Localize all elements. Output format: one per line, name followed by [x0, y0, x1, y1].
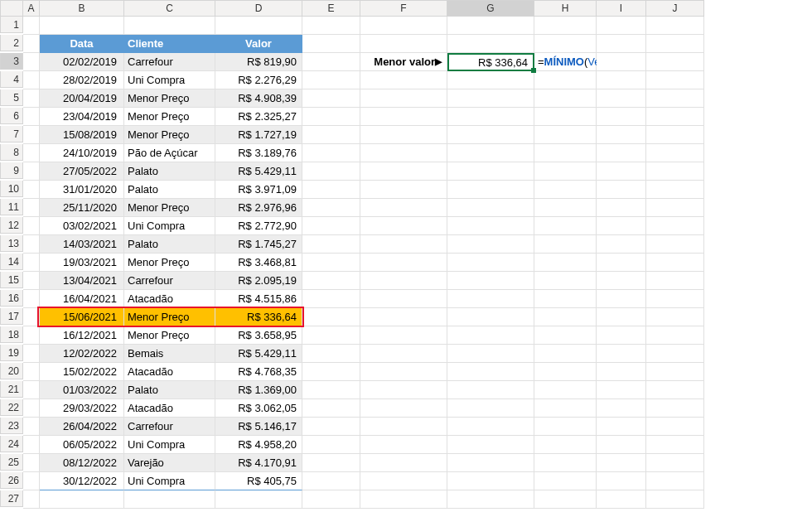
cell-I3[interactable]: [597, 53, 646, 71]
row-header-2[interactable]: 2: [0, 35, 23, 51]
cell-C1[interactable]: [124, 17, 215, 35]
cell-H12[interactable]: [534, 217, 597, 235]
cell-A14[interactable]: [23, 254, 40, 272]
cell-J16[interactable]: [646, 290, 704, 308]
cell-J23[interactable]: [646, 418, 704, 436]
cell-H15[interactable]: [534, 272, 597, 290]
table-row-date[interactable]: 29/03/2022: [40, 399, 124, 418]
row-header-18[interactable]: 18: [0, 326, 23, 343]
cell-E15[interactable]: [302, 272, 360, 290]
table-row-valor[interactable]: R$ 1.369,00: [215, 381, 302, 399]
cell-G12[interactable]: [447, 217, 534, 235]
cell-E16[interactable]: [302, 290, 360, 308]
table-row-valor[interactable]: R$ 2.095,19: [215, 272, 302, 290]
cell-J13[interactable]: [646, 235, 704, 254]
cell-J10[interactable]: [646, 181, 704, 199]
table-row-date[interactable]: 24/10/2019: [40, 144, 124, 162]
table-row-valor[interactable]: R$ 3.189,76: [215, 144, 302, 162]
cell-F11[interactable]: [360, 199, 447, 217]
table-row-cliente[interactable]: Uni Compra: [124, 217, 215, 235]
cell-G25[interactable]: [447, 454, 534, 472]
cell-E22[interactable]: [302, 399, 360, 418]
cell-G1[interactable]: [447, 17, 534, 35]
row-header-27[interactable]: 27: [0, 490, 23, 507]
table-row-date[interactable]: 27/05/2022: [40, 162, 124, 181]
table-row-cliente[interactable]: Palato: [124, 235, 215, 254]
table-row-valor[interactable]: R$ 2.772,90: [215, 217, 302, 235]
cell-A19[interactable]: [23, 345, 40, 363]
cell-E13[interactable]: [302, 235, 360, 254]
cell-I1[interactable]: [597, 17, 646, 35]
cell-A3[interactable]: [23, 53, 40, 71]
table-row-valor[interactable]: R$ 3.971,09: [215, 181, 302, 199]
cell-I20[interactable]: [597, 363, 646, 381]
table-row-date[interactable]: 25/11/2020: [40, 199, 124, 217]
table-row-date[interactable]: 16/04/2021: [40, 290, 124, 308]
table-row-date[interactable]: 15/02/2022: [40, 363, 124, 381]
row-header-15[interactable]: 15: [0, 272, 23, 288]
cell-A9[interactable]: [23, 162, 40, 181]
row-header-1[interactable]: 1: [0, 17, 23, 33]
cell-I2[interactable]: [597, 35, 646, 53]
cell-H13[interactable]: [534, 235, 597, 254]
cell-F14[interactable]: [360, 254, 447, 272]
cell-F20[interactable]: [360, 363, 447, 381]
cell-I19[interactable]: [597, 345, 646, 363]
cell-A18[interactable]: [23, 326, 40, 345]
table-row-valor[interactable]: R$ 336,64: [215, 308, 302, 326]
cell-I9[interactable]: [597, 162, 646, 181]
cell-I18[interactable]: [597, 326, 646, 345]
cell-A6[interactable]: [23, 108, 40, 126]
cell-B27[interactable]: [40, 490, 124, 509]
cell-E1[interactable]: [302, 17, 360, 35]
cell-A15[interactable]: [23, 272, 40, 290]
table-row-date[interactable]: 03/02/2021: [40, 217, 124, 235]
col-header-J[interactable]: J: [646, 0, 704, 17]
selection-fill-handle[interactable]: [531, 68, 536, 73]
table-row-cliente[interactable]: Atacadão: [124, 399, 215, 418]
cell-A1[interactable]: [23, 17, 40, 35]
row-header-11[interactable]: 11: [0, 199, 23, 215]
table-row-date[interactable]: 14/03/2021: [40, 235, 124, 254]
cell-A17[interactable]: [23, 308, 40, 326]
cell-E20[interactable]: [302, 363, 360, 381]
cell-E8[interactable]: [302, 144, 360, 162]
cell-F1[interactable]: [360, 17, 447, 35]
row-header-4[interactable]: 4: [0, 71, 23, 88]
cell-G18[interactable]: [447, 326, 534, 345]
cell-H21[interactable]: [534, 381, 597, 399]
cell-H8[interactable]: [534, 144, 597, 162]
cell-J9[interactable]: [646, 162, 704, 181]
cell-G6[interactable]: [447, 108, 534, 126]
cell-H24[interactable]: [534, 436, 597, 454]
cell-A25[interactable]: [23, 454, 40, 472]
cell-G4[interactable]: [447, 71, 534, 89]
cell-J3[interactable]: [646, 53, 704, 71]
cell-J14[interactable]: [646, 254, 704, 272]
cell-G20[interactable]: [447, 363, 534, 381]
table-row-valor[interactable]: R$ 1.745,27: [215, 235, 302, 254]
cell-F10[interactable]: [360, 181, 447, 199]
cell-A13[interactable]: [23, 235, 40, 254]
table-row-valor[interactable]: R$ 4.170,91: [215, 454, 302, 472]
cell-J21[interactable]: [646, 381, 704, 399]
table-row-cliente[interactable]: Bemais: [124, 345, 215, 363]
cell-J15[interactable]: [646, 272, 704, 290]
col-header-A[interactable]: A: [23, 0, 40, 17]
row-header-26[interactable]: 26: [0, 472, 23, 489]
table-row-date[interactable]: 23/04/2019: [40, 108, 124, 126]
row-header-19[interactable]: 19: [0, 345, 23, 361]
cell-E21[interactable]: [302, 381, 360, 399]
cell-H14[interactable]: [534, 254, 597, 272]
table-row-valor[interactable]: R$ 4.768,35: [215, 363, 302, 381]
cell-E25[interactable]: [302, 454, 360, 472]
row-header-6[interactable]: 6: [0, 108, 23, 124]
table-row-valor[interactable]: R$ 5.429,11: [215, 162, 302, 181]
cell-H11[interactable]: [534, 199, 597, 217]
cell-F17[interactable]: [360, 308, 447, 326]
cell-I25[interactable]: [597, 454, 646, 472]
cell-E18[interactable]: [302, 326, 360, 345]
table-row-valor[interactable]: R$ 4.515,86: [215, 290, 302, 308]
cell-G15[interactable]: [447, 272, 534, 290]
cell-A22[interactable]: [23, 399, 40, 418]
